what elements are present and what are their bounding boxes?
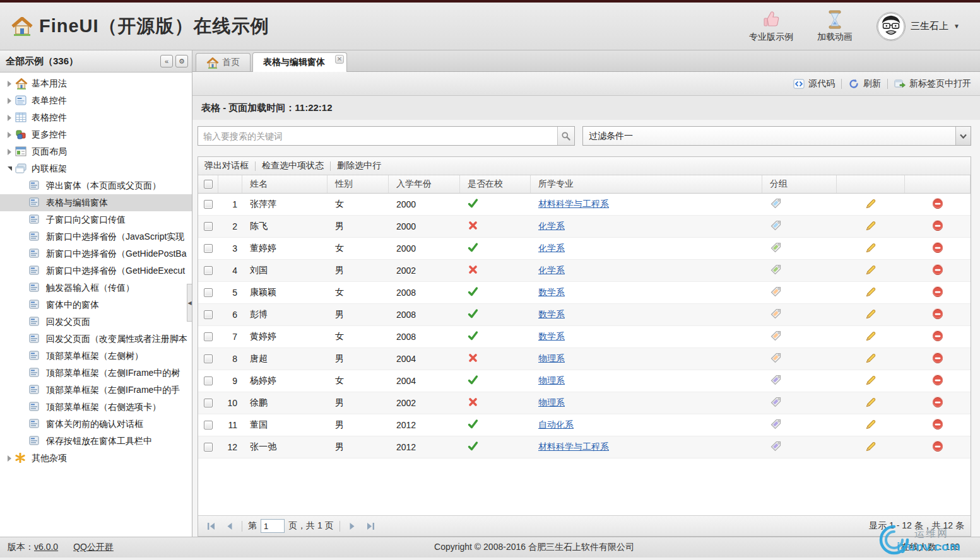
tab-active[interactable]: 表格与编辑窗体✕ [252,52,347,72]
tree-item[interactable]: 更多控件 [0,126,192,143]
delete-button[interactable] [932,243,943,254]
open-new-tab-button[interactable]: 新标签页中打开 [894,78,971,90]
column-header[interactable]: 性别 [328,175,389,193]
row-checkbox[interactable] [204,376,213,385]
sidebar-collapse-button[interactable]: « [160,55,173,67]
tree-item[interactable]: 内联框架 [0,160,192,177]
tree-item[interactable]: 触发器输入框（传值） [0,279,192,296]
dropdown-arrow-button[interactable] [955,127,971,145]
column-header[interactable]: 分组 [762,175,837,193]
gear-icon[interactable]: ⚙ [175,55,188,67]
tree-item[interactable]: 新窗口中选择省份（GetHideExecut [0,262,192,279]
delete-button[interactable] [932,419,943,431]
table-row[interactable]: 12张一弛男2012材料科学与工程系 [198,436,971,458]
column-header[interactable]: 是否在校 [460,175,531,193]
major-link[interactable]: 材料科学与工程系 [538,441,609,453]
delete-button[interactable] [932,331,943,342]
row-checkbox[interactable] [204,399,213,407]
tab-close-icon[interactable]: ✕ [335,55,344,64]
pro-demo-button[interactable]: 专业版示例 [749,10,793,43]
delete-button[interactable] [932,221,943,232]
row-checkbox[interactable] [204,354,213,363]
refresh-button[interactable]: 刷新 [848,78,881,90]
delete-button[interactable] [932,353,943,365]
tree-item[interactable]: 回发父页面 [0,313,192,330]
tree-item[interactable]: 表格控件 [0,109,192,126]
tab-home[interactable]: 首页 [196,53,251,71]
major-link[interactable]: 材料科学与工程系 [538,199,609,210]
edit-button[interactable] [865,331,877,342]
major-link[interactable]: 物理系 [538,353,565,365]
source-code-button[interactable]: 源代码 [793,78,835,90]
delete-button[interactable] [932,441,943,453]
edit-button[interactable] [865,243,877,254]
tree-item[interactable]: 窗体关闭前的确认对话框 [0,416,192,433]
delete-button[interactable] [932,265,943,276]
edit-button[interactable] [865,353,877,365]
tree-expand-arrow-icon[interactable] [5,455,14,462]
filter-dropdown[interactable]: 过滤条件一 [582,126,971,146]
delete-button[interactable] [932,309,943,320]
tree-expand-arrow-icon[interactable] [5,149,14,155]
major-link[interactable]: 物理系 [538,375,565,387]
tree-item[interactable]: 顶部菜单框架（左侧IFrame中的树 [0,365,192,382]
edit-button[interactable] [865,441,877,453]
edit-button[interactable] [865,265,877,276]
column-header[interactable]: 入学年份 [389,175,460,193]
row-checkbox[interactable] [204,200,213,209]
qq-group-link[interactable]: QQ公开群 [73,542,114,553]
tree-expand-arrow-icon[interactable] [5,81,14,87]
grid-toolbar-button[interactable]: 检查选中项状态 [262,160,324,172]
edit-button[interactable] [865,309,877,320]
table-row[interactable]: 4刘国男2002化学系 [198,260,971,282]
table-row[interactable]: 9杨婷婷女2004物理系 [198,370,971,392]
tree-item[interactable]: 弹出窗体（本页面或父页面） [0,177,192,194]
delete-button[interactable] [932,287,943,298]
major-link[interactable]: 化学系 [538,265,565,276]
tree-item[interactable]: 顶部菜单框架（左侧树） [0,347,192,365]
first-page-button[interactable] [204,519,218,533]
major-link[interactable]: 数学系 [538,287,565,298]
prev-page-button[interactable] [222,519,236,533]
tree-item[interactable]: 顶部菜单框架（左侧IFrame中的手 [0,382,192,399]
edit-button[interactable] [865,221,877,232]
edit-button[interactable] [865,397,877,409]
row-checkbox[interactable] [204,244,213,253]
tree-item[interactable]: 新窗口中选择省份（JavaScript实现 [0,228,192,245]
tree-collapse-arrow-icon[interactable] [5,166,14,171]
tree-item[interactable]: 保存按钮放在窗体工具栏中 [0,433,192,450]
tree-item[interactable]: 回发父页面（改变属性或者注册脚本 [0,330,192,347]
select-all-checkbox[interactable] [204,180,213,189]
table-row[interactable]: 10徐鹏男2002物理系 [198,392,971,414]
tree-item[interactable]: 基本用法 [0,75,192,92]
tree-item[interactable]: 子窗口向父窗口传值 [0,211,192,228]
user-menu[interactable]: 三生石上 ▼ [877,12,960,41]
tree-expand-arrow-icon[interactable] [5,132,14,138]
major-link[interactable]: 化学系 [538,243,565,254]
search-input[interactable] [198,127,557,145]
page-number-input[interactable] [261,519,285,533]
column-header[interactable]: 姓名 [242,175,328,193]
row-checkbox[interactable] [204,332,213,341]
splitter-collapse-handle[interactable]: ◀ [187,284,192,322]
row-checkbox[interactable] [204,421,213,429]
table-row[interactable]: 7黄婷婷女2008数学系 [198,326,971,348]
delete-button[interactable] [932,375,943,387]
next-page-button[interactable] [346,519,360,533]
major-link[interactable]: 化学系 [538,221,565,232]
edit-button[interactable] [865,375,877,387]
grid-toolbar-button[interactable]: 弹出对话框 [204,160,249,172]
major-link[interactable]: 自动化系 [538,419,574,431]
column-header[interactable]: 所学专业 [531,175,762,193]
table-row[interactable]: 11董国男2012自动化系 [198,414,971,436]
tree-item[interactable]: 表格与编辑窗体 [0,194,192,211]
loading-anim-button[interactable]: 加载动画 [817,10,853,43]
table-row[interactable]: 6彭博男2008数学系 [198,304,971,326]
table-row[interactable]: 1张萍萍女2000材料科学与工程系 [198,194,971,216]
grid-toolbar-button[interactable]: 删除选中行 [337,160,381,172]
row-checkbox[interactable] [204,310,213,319]
search-button[interactable] [557,127,574,145]
tree-item[interactable]: 顶部菜单框架（右侧选项卡） [0,399,192,416]
row-checkbox[interactable] [204,266,213,275]
tree-expand-arrow-icon[interactable] [5,115,14,121]
